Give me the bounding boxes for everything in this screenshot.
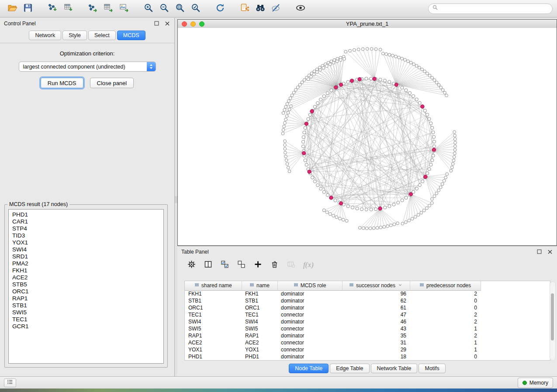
maximize-window-icon[interactable] (199, 21, 204, 27)
mcds-result-item[interactable]: STB5 (12, 281, 160, 288)
tab-select[interactable]: Select (88, 31, 116, 40)
close-window-icon[interactable] (182, 21, 187, 27)
table-row[interactable]: ORC1ORC1dominator610 (185, 304, 481, 311)
dominator-node[interactable] (329, 196, 333, 199)
mcds-result-item[interactable]: PMA2 (12, 260, 160, 267)
share-document-button[interactable] (237, 2, 253, 15)
show-graphics-details-button[interactable] (293, 2, 308, 15)
show-columns-button[interactable] (204, 260, 213, 270)
column-header-shared-name[interactable]: shared name (185, 281, 242, 290)
dominator-node[interactable] (432, 148, 436, 151)
dominator-node[interactable] (409, 193, 412, 196)
export-table-button[interactable] (100, 2, 116, 15)
mcds-result-item[interactable]: SRD1 (12, 253, 160, 260)
memory-button[interactable]: Memory (518, 378, 553, 388)
zoom-fit-button[interactable] (172, 2, 188, 15)
table-row[interactable]: YOX1YOX1connector291 (185, 346, 481, 353)
mcds-result-item[interactable]: SWI4 (12, 246, 160, 253)
column-header-name[interactable]: name (242, 281, 277, 290)
save-session-button[interactable] (20, 2, 36, 15)
network-canvas[interactable] (178, 28, 557, 245)
export-image-button[interactable] (116, 2, 132, 15)
dominator-node[interactable] (334, 86, 338, 89)
table-row[interactable]: ACE2ACE2connector311 (185, 339, 481, 346)
tab-network-table[interactable]: Network Table (371, 364, 418, 373)
mcds-result-item[interactable]: ACE2 (12, 274, 160, 281)
tab-edge-table[interactable]: Edge Table (330, 364, 369, 373)
dominator-node[interactable] (378, 207, 382, 210)
mcds-result-item[interactable]: RAP1 (12, 295, 160, 302)
table-row[interactable]: RAP1RAP1dominator352 (185, 332, 481, 339)
scrollbar-thumb[interactable] (551, 293, 554, 340)
dominator-node[interactable] (339, 83, 343, 86)
mcds-result-item[interactable]: GCR1 (12, 323, 160, 330)
tab-motifs[interactable]: Motifs (419, 364, 445, 373)
table-settings-gear-button[interactable] (187, 260, 196, 270)
mcds-result-item[interactable]: PHD1 (12, 211, 160, 218)
export-network-button[interactable] (85, 2, 100, 15)
delete-rows-button[interactable] (270, 260, 279, 270)
import-table-button[interactable] (60, 2, 76, 15)
table-row[interactable]: SWI4SWI4dominator462 (185, 318, 481, 325)
find-binoculars-button[interactable] (253, 2, 268, 15)
criterion-dropdown[interactable]: largest connected component (undirected) (19, 62, 156, 72)
zoom-out-button[interactable] (156, 2, 172, 15)
close-icon[interactable] (164, 21, 170, 27)
close-panel-button[interactable]: Close panel (90, 78, 134, 88)
mcds-result-list[interactable]: PHD1CAR1STP4TID3YOX1SWI4SRD1PMA2FKH1ACE2… (8, 209, 164, 364)
open-file-button[interactable] (4, 2, 20, 15)
zoom-in-button[interactable] (141, 2, 156, 15)
column-header-mcds-role[interactable]: MCDS role (277, 281, 342, 290)
column-header-successor-nodes[interactable]: successor nodes (342, 281, 410, 290)
run-mcds-button[interactable]: Run MCDS (41, 78, 83, 88)
mcds-result-item[interactable]: FKH1 (12, 267, 160, 274)
minimize-window-icon[interactable] (190, 21, 196, 27)
dominator-node[interactable] (424, 175, 427, 179)
mcds-result-item[interactable]: YOX1 (12, 239, 160, 246)
filter-hide-button[interactable] (268, 2, 284, 15)
dominator-node[interactable] (339, 202, 343, 205)
table-row[interactable]: PHD1PHD1dominator180 (185, 353, 481, 360)
table-row[interactable]: FKH1FKH1dominator962 (185, 290, 481, 297)
mcds-result-item[interactable]: TEC1 (12, 316, 160, 323)
table-row[interactable]: SWI5SWI5connector431 (185, 325, 481, 332)
mcds-result-item[interactable]: STB1 (12, 302, 160, 309)
mcds-result-item[interactable]: ORC1 (12, 288, 160, 295)
table-row[interactable]: STB1STB1dominator620 (185, 297, 481, 304)
dominator-node[interactable] (310, 110, 314, 113)
zoom-selected-button[interactable] (188, 2, 204, 15)
close-icon[interactable] (547, 249, 553, 255)
mcds-result-item[interactable]: STP4 (12, 225, 160, 232)
mcds-result-item[interactable]: CAR1 (12, 218, 160, 225)
dominator-node[interactable] (358, 77, 361, 81)
dominator-node[interactable] (373, 77, 376, 80)
dominator-node[interactable] (302, 151, 305, 155)
dominator-node[interactable] (308, 170, 311, 173)
function-builder-button[interactable]: f(x) (303, 261, 314, 269)
dominator-node[interactable] (350, 79, 353, 83)
search-input[interactable] (439, 5, 549, 12)
network-graph[interactable] (178, 28, 557, 245)
tab-mcds[interactable]: MCDS (117, 31, 145, 40)
mcds-result-item[interactable]: TID3 (12, 232, 160, 239)
column-header-predecessor-nodes[interactable]: predecessor nodes (410, 281, 481, 290)
deselect-all-rows-button[interactable] (237, 260, 246, 270)
table-scrollbar[interactable] (550, 282, 556, 361)
search-box[interactable] (428, 3, 553, 14)
select-all-rows-button[interactable] (220, 260, 229, 270)
mcds-result-item[interactable]: SWI5 (12, 309, 160, 316)
show-panels-button[interactable] (4, 378, 16, 387)
refresh-layout-button[interactable] (212, 2, 228, 15)
float-window-icon[interactable] (153, 20, 160, 27)
table-row[interactable]: TEC1TEC1connector472 (185, 311, 481, 318)
tab-network[interactable]: Network (29, 31, 61, 40)
network-window-titlebar[interactable]: YPA_prune.txt_1 (178, 20, 557, 28)
tab-node-table[interactable]: Node Table (289, 364, 329, 373)
add-row-button[interactable] (253, 260, 263, 270)
dominator-node[interactable] (304, 122, 308, 125)
dominator-node[interactable] (394, 83, 398, 86)
tab-style[interactable]: Style (62, 31, 87, 40)
import-network-button[interactable] (45, 2, 60, 15)
float-window-icon[interactable] (536, 248, 543, 255)
dominator-node[interactable] (421, 105, 424, 108)
